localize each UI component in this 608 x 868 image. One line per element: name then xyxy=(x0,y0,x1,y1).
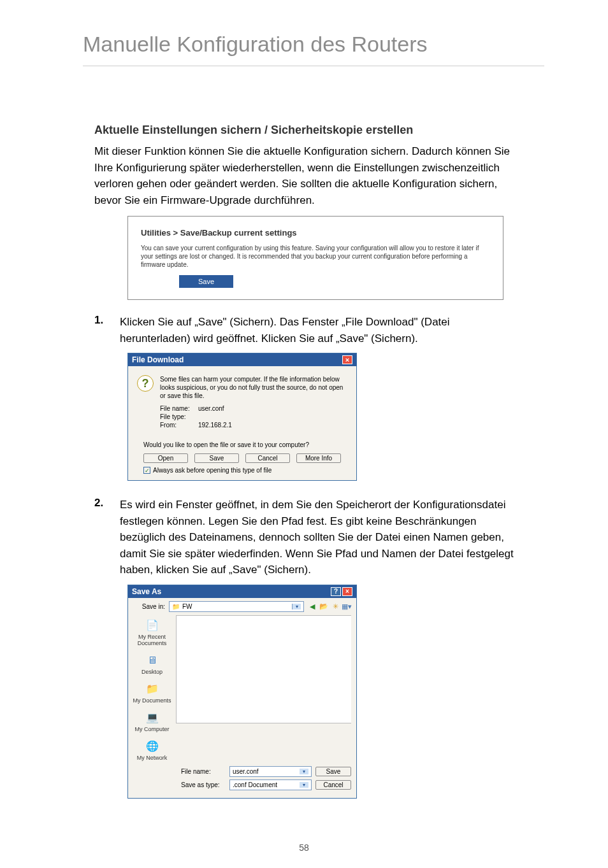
from-label: From: xyxy=(160,422,198,429)
from-value: 192.168.2.1 xyxy=(198,422,232,429)
filename-label: File name: xyxy=(181,768,226,775)
save-as-dialog: Save As ? × Save in: 📁 FW ▾ ◀ 📂 ✳ ▦▾ 📄 M… xyxy=(127,585,357,799)
step-2-number: 2. xyxy=(94,497,120,509)
save-in-combobox[interactable]: 📁 FW ▾ xyxy=(169,601,304,612)
chevron-down-icon[interactable]: ▾ xyxy=(292,604,301,609)
desktop-icon: 🖥 xyxy=(143,653,161,668)
save-as-title: Save As xyxy=(132,587,161,596)
utilities-panel: Utilities > Save/Backup current settings… xyxy=(127,216,503,300)
intro-paragraph: Mit dieser Funktion können Sie die aktue… xyxy=(94,143,515,208)
question-icon: ? xyxy=(137,375,154,392)
up-icon[interactable]: 📂 xyxy=(319,602,328,611)
step-2: 2. Es wird ein Fenster geöffnet, in dem … xyxy=(94,497,544,578)
open-button[interactable]: Open xyxy=(143,453,188,463)
close-icon[interactable]: × xyxy=(342,587,352,596)
network-icon: 🌐 xyxy=(143,739,161,754)
cancel-button[interactable]: Cancel xyxy=(245,453,290,463)
page-title: Manuelle Konfiguration des Routers xyxy=(83,32,544,66)
file-list-area[interactable] xyxy=(176,615,351,723)
sidebar-item-recent[interactable]: 📄 My Recent Documents xyxy=(129,618,175,646)
utilities-title: Utilities > Save/Backup current settings xyxy=(141,228,490,238)
file-download-dialog: File Download × ? Some files can harm yo… xyxy=(127,353,357,481)
sidebar-item-label: My Recent Documents xyxy=(129,634,175,646)
step-1: 1. Klicken Sie auf „Save" (Sichern). Das… xyxy=(94,314,544,346)
save-button[interactable]: Save xyxy=(315,767,351,776)
save-button[interactable]: Save xyxy=(194,453,239,463)
chevron-down-icon[interactable]: ▾ xyxy=(300,769,308,774)
view-menu-icon[interactable]: ▦▾ xyxy=(342,602,351,611)
sidebar-item-label: My Documents xyxy=(129,697,175,704)
step-2-text: Es wird ein Fenster geöffnet, in dem Sie… xyxy=(120,497,521,578)
file-download-titlebar: File Download × xyxy=(128,353,356,366)
always-ask-checkbox[interactable]: ✓ xyxy=(143,467,150,474)
filename-input[interactable]: user.conf ▾ xyxy=(229,766,312,777)
close-icon[interactable]: × xyxy=(342,355,352,364)
always-ask-label: Always ask before opening this type of f… xyxy=(153,467,271,474)
file-download-fields: File name:user.conf File type: From:192.… xyxy=(160,405,347,429)
section-heading: Aktuelle Einstellungen sichern / Sicherh… xyxy=(94,124,544,137)
filename-value: user.conf xyxy=(198,405,224,412)
documents-icon: 📁 xyxy=(143,681,161,697)
chevron-down-icon[interactable]: ▾ xyxy=(300,782,308,788)
filename-label: File name: xyxy=(160,405,198,412)
step-1-number: 1. xyxy=(94,314,120,327)
new-folder-icon[interactable]: ✳ xyxy=(331,602,340,611)
sidebar-item-mycomp[interactable]: 💻 My Computer xyxy=(129,710,175,732)
utilities-description: You can save your current configuration … xyxy=(141,244,490,269)
saveastype-combobox[interactable]: .conf Document ▾ xyxy=(229,779,312,790)
recent-icon: 📄 xyxy=(143,618,161,633)
saveastype-value: .conf Document xyxy=(233,781,277,788)
more-info-button[interactable]: More Info xyxy=(296,453,341,463)
file-download-title: File Download xyxy=(132,355,184,364)
sidebar-item-mydocs[interactable]: 📁 My Documents xyxy=(129,681,175,704)
sidebar-item-label: Desktop xyxy=(129,669,175,675)
file-download-question: Would you like to open the file or save … xyxy=(143,441,347,448)
cancel-button[interactable]: Cancel xyxy=(315,780,351,790)
file-download-warning: Some files can harm your computer. If th… xyxy=(160,375,347,400)
save-in-value: FW xyxy=(182,603,192,610)
filename-input-value: user.conf xyxy=(233,768,259,775)
saveastype-label: Save as type: xyxy=(181,781,226,788)
utilities-save-button[interactable]: Save xyxy=(179,275,233,288)
sidebar-item-label: My Computer xyxy=(129,726,175,732)
back-icon[interactable]: ◀ xyxy=(308,602,317,611)
sidebar-item-desktop[interactable]: 🖥 Desktop xyxy=(129,653,175,675)
save-as-titlebar: Save As ? × xyxy=(128,585,356,598)
filetype-label: File type: xyxy=(160,413,198,420)
save-in-label: Save in: xyxy=(133,603,165,610)
sidebar-item-label: My Network xyxy=(129,755,175,761)
help-icon[interactable]: ? xyxy=(331,587,341,596)
folder-icon: 📁 xyxy=(172,603,180,610)
page-number: 58 xyxy=(0,843,608,853)
step-1-text: Klicken Sie auf „Save" (Sichern). Das Fe… xyxy=(120,314,521,346)
sidebar-item-mynet[interactable]: 🌐 My Network xyxy=(129,739,175,761)
save-as-sidebar: 📄 My Recent Documents 🖥 Desktop 📁 My Doc… xyxy=(128,615,176,764)
computer-icon: 💻 xyxy=(143,710,161,725)
